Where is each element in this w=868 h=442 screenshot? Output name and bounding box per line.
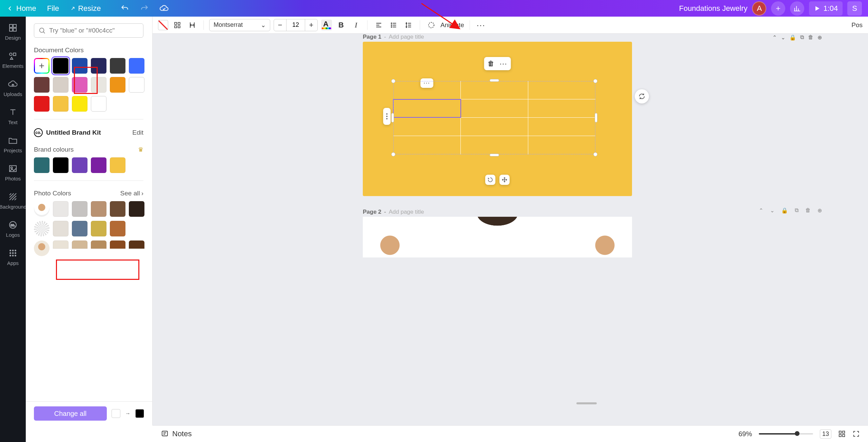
more-icon[interactable]: ··· bbox=[500, 60, 508, 68]
color-swatch[interactable] bbox=[53, 96, 68, 112]
align-button[interactable] bbox=[373, 19, 384, 31]
color-swatch[interactable] bbox=[34, 77, 50, 93]
rail-apps[interactable]: Apps bbox=[7, 248, 19, 266]
home-button[interactable]: Home bbox=[6, 4, 36, 13]
resize-handle[interactable] bbox=[490, 154, 499, 156]
canvas-region[interactable]: Page 1 - Add page title ⌃ ⌄ 🔒 ⧉ 🗑 ⊕ 🗑 ··… bbox=[153, 34, 868, 425]
add-collaborator-button[interactable] bbox=[771, 1, 785, 16]
color-swatch[interactable] bbox=[72, 77, 87, 93]
page-collapse-handle[interactable] bbox=[305, 400, 868, 406]
page-1[interactable]: 🗑 ··· ··· bbox=[363, 42, 632, 196]
color-swatch[interactable] bbox=[129, 201, 144, 217]
add-color-button[interactable]: + bbox=[34, 58, 50, 74]
page-2[interactable] bbox=[363, 217, 632, 257]
color-swatch[interactable] bbox=[91, 96, 106, 112]
fullscreen-icon[interactable] bbox=[852, 430, 860, 438]
color-swatch[interactable] bbox=[53, 201, 68, 217]
color-swatch[interactable] bbox=[129, 241, 144, 249]
color-swatch[interactable] bbox=[91, 77, 106, 93]
font-size-inc[interactable]: + bbox=[305, 21, 317, 30]
color-swatch[interactable] bbox=[34, 96, 50, 112]
text-color-button[interactable]: A bbox=[321, 20, 332, 31]
spacing-button[interactable] bbox=[186, 19, 198, 31]
duplicate-icon[interactable]: ⧉ bbox=[800, 34, 804, 41]
analytics-icon[interactable] bbox=[790, 1, 804, 16]
resize-handle[interactable] bbox=[490, 79, 499, 82]
collapse-up-icon[interactable]: ⌃ bbox=[759, 207, 763, 214]
fill-color-button[interactable] bbox=[158, 20, 168, 30]
italic-button[interactable]: I bbox=[350, 19, 362, 31]
rail-elements[interactable]: Elements bbox=[2, 51, 24, 69]
rail-design[interactable]: Design bbox=[5, 23, 21, 41]
zoom-slider[interactable] bbox=[759, 433, 813, 435]
color-search-input[interactable] bbox=[49, 27, 139, 34]
color-swatch[interactable] bbox=[110, 221, 125, 236]
color-swatch[interactable] bbox=[129, 77, 144, 93]
share-button[interactable]: S bbox=[847, 1, 862, 16]
color-swatch[interactable] bbox=[72, 241, 87, 249]
regenerate-button[interactable] bbox=[635, 89, 649, 103]
page-title-input[interactable]: Add page title bbox=[389, 34, 424, 40]
brand-kit-edit[interactable]: Edit bbox=[132, 129, 143, 136]
more-button[interactable]: ··· bbox=[475, 19, 487, 31]
color-swatch[interactable] bbox=[110, 58, 125, 74]
color-swatch[interactable] bbox=[53, 221, 68, 236]
undo-icon[interactable] bbox=[120, 3, 130, 14]
page-count-badge[interactable]: 13 bbox=[820, 429, 831, 439]
color-swatch[interactable] bbox=[110, 77, 125, 93]
color-swatch[interactable] bbox=[91, 221, 106, 236]
color-swatch[interactable] bbox=[110, 157, 125, 173]
rotate-icon[interactable] bbox=[485, 175, 495, 185]
collapse-up-icon[interactable]: ⌃ bbox=[772, 34, 777, 41]
color-swatch[interactable] bbox=[34, 157, 50, 173]
color-swatch[interactable] bbox=[110, 241, 125, 249]
position-button[interactable]: Pos bbox=[851, 21, 863, 29]
resize-handle[interactable] bbox=[391, 79, 395, 83]
document-title[interactable]: Foundations Jewelry bbox=[679, 4, 748, 13]
color-panel-scroll[interactable]: Document Colors + co. Untitled Brand Kit bbox=[26, 17, 152, 401]
photo-thumb[interactable] bbox=[34, 201, 50, 217]
list-button[interactable] bbox=[388, 19, 399, 31]
add-page-icon[interactable]: ⊕ bbox=[817, 207, 822, 214]
color-swatch[interactable] bbox=[129, 58, 144, 74]
move-icon[interactable] bbox=[499, 175, 510, 185]
line-spacing-button[interactable] bbox=[403, 19, 414, 31]
photo-thumb[interactable] bbox=[34, 221, 50, 236]
cloud-sync-icon[interactable] bbox=[159, 3, 169, 14]
page-title-input[interactable]: Add page title bbox=[389, 209, 424, 215]
trash-icon[interactable]: 🗑 bbox=[488, 60, 494, 68]
effects-button[interactable] bbox=[426, 19, 437, 31]
animate-button[interactable]: Animate bbox=[440, 21, 464, 29]
resize-handle[interactable] bbox=[593, 152, 597, 156]
table-selection[interactable] bbox=[393, 81, 595, 154]
color-swatch[interactable] bbox=[91, 58, 106, 74]
redo-icon[interactable] bbox=[139, 3, 150, 14]
notes-button[interactable]: Notes bbox=[161, 429, 192, 438]
color-swatch[interactable] bbox=[72, 58, 87, 74]
color-swatch[interactable] bbox=[91, 241, 106, 249]
color-swatch[interactable] bbox=[72, 201, 87, 217]
resize-button[interactable]: Resize bbox=[70, 4, 101, 13]
rail-projects[interactable]: Projects bbox=[4, 135, 22, 153]
border-style-button[interactable] bbox=[172, 19, 183, 31]
font-family-select[interactable]: Montserrat ⌄ bbox=[209, 19, 270, 31]
resize-handle[interactable] bbox=[391, 113, 394, 122]
duplicate-icon[interactable]: ⧉ bbox=[795, 207, 798, 214]
expand-down-icon[interactable]: ⌄ bbox=[781, 34, 785, 41]
change-all-button[interactable]: Change all bbox=[34, 406, 107, 421]
present-button[interactable]: 1:04 bbox=[809, 1, 843, 16]
user-avatar[interactable]: A bbox=[752, 1, 766, 16]
delete-icon[interactable]: 🗑 bbox=[805, 207, 811, 214]
rail-text[interactable]: Text bbox=[8, 107, 18, 125]
resize-handle[interactable] bbox=[391, 152, 395, 156]
color-swatch[interactable] bbox=[91, 157, 106, 173]
expand-down-icon[interactable]: ⌄ bbox=[770, 207, 774, 214]
row-menu-pill[interactable] bbox=[383, 108, 391, 125]
delete-icon[interactable]: 🗑 bbox=[808, 34, 813, 41]
color-swatch[interactable] bbox=[53, 77, 68, 93]
rail-logos[interactable]: co. Logos bbox=[6, 220, 20, 238]
lock-icon[interactable]: 🔒 bbox=[781, 207, 788, 214]
add-page-icon[interactable]: ⊕ bbox=[817, 34, 822, 41]
bold-button[interactable]: B bbox=[335, 19, 347, 31]
rail-uploads[interactable]: Uploads bbox=[3, 79, 22, 97]
